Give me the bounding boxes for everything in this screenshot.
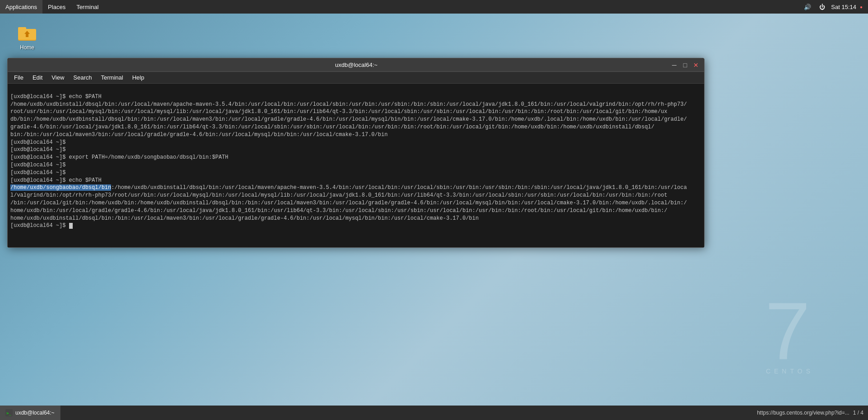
highlighted-path: /home/uxdb/songbaobao/dbsql/bin (10, 184, 111, 191)
taskbar-url: https://bugs.centos.org/view.php?id=... (757, 410, 849, 416)
menu-help[interactable]: Help (128, 73, 149, 82)
minimize-button[interactable]: ─ (670, 61, 679, 70)
terminal-content[interactable]: [uxdb@local64 ~]$ echo $PATH /home/uxdb/… (8, 84, 704, 247)
terminal-titlebar: uxdb@local64:~ ─ □ ✕ (8, 58, 704, 72)
menu-search[interactable]: Search (69, 73, 96, 82)
notification-dot: ● (860, 5, 863, 9)
terminal-menu[interactable]: Terminal (71, 0, 104, 14)
desktop: Applications Places Terminal 🔊 ⏻ Sat 15:… (0, 0, 868, 420)
terminal-window: uxdb@local64:~ ─ □ ✕ File Edit View Sear… (7, 58, 705, 248)
power-icon[interactable]: ⏻ (817, 1, 827, 12)
home-icon-label: Home (20, 44, 34, 51)
svg-rect-4 (26, 34, 28, 37)
taskbar-terminal-label: uxdb@local64:~ (15, 410, 55, 416)
top-panel: Applications Places Terminal 🔊 ⏻ Sat 15:… (0, 0, 868, 14)
menu-edit[interactable]: Edit (28, 73, 47, 82)
taskbar-terminal-item[interactable]: >_ uxdb@local64:~ (0, 406, 61, 420)
clock: Sat 15:14 (831, 4, 856, 10)
applications-menu[interactable]: Applications (0, 0, 42, 14)
menu-terminal[interactable]: Terminal (97, 73, 128, 82)
centos-text: CENTOS (766, 368, 814, 375)
svg-text:>_: >_ (6, 411, 11, 415)
taskbar: >_ uxdb@local64:~ https://bugs.centos.or… (0, 406, 868, 420)
home-folder-img (16, 21, 38, 42)
taskbar-right: https://bugs.centos.org/view.php?id=... … (757, 410, 868, 416)
top-panel-left: Applications Places Terminal (0, 0, 104, 14)
window-controls: ─ □ ✕ (670, 61, 700, 70)
taskbar-page-indicator: 1 / 4 (853, 410, 863, 416)
home-desktop-icon[interactable]: Home (9, 18, 45, 53)
menu-file[interactable]: File (9, 73, 28, 82)
terminal-title: uxdb@local64:~ (43, 61, 670, 68)
terminal-menubar: File Edit View Search Terminal Help (8, 72, 704, 84)
places-menu[interactable]: Places (42, 0, 71, 14)
terminal-cursor (69, 223, 73, 229)
centos-number: 7 (765, 291, 814, 372)
maximize-button[interactable]: □ (681, 61, 690, 70)
top-panel-right: 🔊 ⏻ Sat 15:14 ● (802, 1, 868, 12)
menu-view[interactable]: View (47, 73, 69, 82)
volume-icon[interactable]: 🔊 (802, 1, 813, 12)
close-button[interactable]: ✕ (691, 61, 700, 70)
centos-watermark: 7 CENTOS (765, 291, 814, 375)
taskbar-terminal-icon: >_ (5, 409, 13, 416)
line-1: [uxdb@local64 ~]$ echo $PATH /home/uxdb/… (10, 94, 687, 229)
